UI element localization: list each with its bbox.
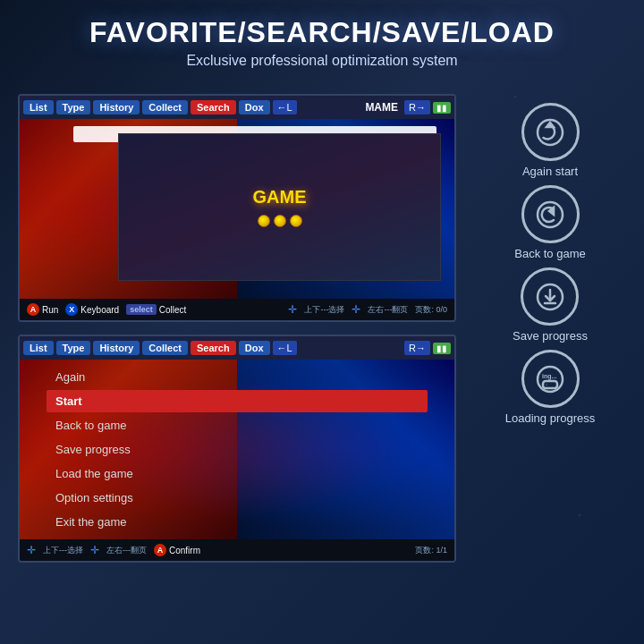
coin-3: [290, 215, 302, 227]
confirm-label: Confirm: [169, 546, 200, 555]
loading-progress-circle: ing...: [521, 350, 580, 408]
svg-marker-1: [547, 123, 554, 127]
btn-collect-2[interactable]: Collect: [142, 341, 188, 355]
coin-1: [258, 215, 270, 227]
d-pad-left: ✛: [288, 303, 297, 316]
menu-list: Again Start Back to game Save progress L…: [20, 360, 454, 539]
d-pad-right-2: ✛: [90, 544, 99, 556]
btn-history-2[interactable]: History: [93, 341, 140, 355]
menu-item-options[interactable]: Option settings: [47, 487, 428, 509]
menu-item-exit[interactable]: Exit the game: [47, 511, 428, 533]
nav-forward: R→: [404, 100, 430, 114]
btn-history[interactable]: History: [93, 100, 140, 114]
again-start-label: Again start: [522, 165, 578, 178]
svg-rect-7: [543, 381, 557, 388]
nav-back-2: ←L: [273, 341, 297, 355]
nav-forward-2: R→: [404, 341, 430, 355]
page-info-bottom: 页数: 1/1: [415, 545, 447, 556]
d-pad-right: ✛: [352, 303, 360, 316]
nav-left-label: 上下---选择: [304, 304, 344, 316]
btn-dox-2[interactable]: Dox: [239, 341, 270, 355]
battery-indicator: ▮▮: [433, 102, 451, 114]
svg-text:ing...: ing...: [542, 373, 556, 380]
bottom-menu-screen: List Type History Collect Search Dox ←L …: [18, 335, 456, 563]
btn-list-2[interactable]: List: [23, 341, 54, 355]
btn-list[interactable]: List: [23, 100, 54, 114]
menu-item-again[interactable]: Again: [47, 366, 428, 388]
game-card: GAME: [118, 133, 441, 281]
menu-item-start[interactable]: Start: [47, 390, 428, 412]
menu-item-back[interactable]: Back to game: [47, 414, 428, 436]
icon-item-save-progress: Save progress: [513, 267, 588, 343]
collect-label: Collect: [159, 305, 187, 315]
save-progress-label: Save progress: [513, 329, 588, 343]
page-title: FAVORITE/SEARCH/SAVE/LOAD: [0, 0, 644, 49]
btn-collect[interactable]: Collect: [142, 100, 188, 114]
bottom-screen-footer: ✛ 上下---选择 ✛ 左右---翻页 A Confirm 页数: 1/1: [20, 539, 454, 561]
again-start-circle: [521, 103, 580, 161]
top-screen-footer: A Run X Keyboard select Collect ✛ 上下---选…: [20, 299, 454, 320]
page-info-top: 页数: 0/0: [415, 304, 447, 316]
top-toolbar: List Type History Collect Search Dox ←L …: [20, 96, 454, 119]
battery-indicator-2: ▮▮: [433, 343, 451, 354]
bottom-nav-left: 上下---选择: [43, 545, 83, 556]
icon-item-again-start: Again start: [521, 103, 580, 178]
game-card-title: GAME: [253, 187, 307, 208]
icon-item-back-to-game: Back to game: [514, 185, 586, 260]
x-button: X: [65, 303, 78, 316]
btn-type-2[interactable]: Type: [56, 341, 91, 355]
a-button: A: [27, 303, 39, 316]
screens-column: List Type History Collect Search Dox ←L …: [18, 94, 456, 563]
icon-item-loading-progress: ing... Loading progress: [505, 350, 595, 425]
back-to-game-circle: [521, 185, 580, 243]
bottom-screen-body: Again Start Back to game Save progress L…: [20, 360, 454, 539]
back-to-game-label: Back to game: [514, 247, 586, 260]
menu-item-load[interactable]: Load the game: [47, 462, 428, 485]
btn-search[interactable]: Search: [191, 100, 236, 114]
save-progress-circle: [521, 267, 579, 326]
nav-back: ←L: [273, 100, 297, 114]
d-pad-left-2: ✛: [27, 544, 36, 556]
bottom-toolbar: List Type History Collect Search Dox ←L …: [20, 336, 454, 360]
btn-search-2[interactable]: Search: [191, 341, 236, 355]
keyboard-label: Keyboard: [80, 305, 119, 315]
btn-dox[interactable]: Dox: [239, 100, 270, 114]
btn-type[interactable]: Type: [56, 100, 91, 114]
coin-2: [274, 215, 286, 227]
bottom-nav-right: 左右---翻页: [106, 545, 147, 556]
page-subtitle: Exclusive professional optimization syst…: [0, 53, 644, 69]
a-button-2: A: [154, 544, 166, 556]
icons-column: Again start Back to game: [474, 94, 626, 563]
top-game-screen: List Type History Collect Search Dox ←L …: [18, 94, 456, 322]
select-badge: select: [126, 304, 157, 315]
loading-progress-label: Loading progress: [505, 411, 595, 425]
menu-item-save[interactable]: Save progress: [47, 438, 428, 461]
top-screen-body: GAME: [20, 119, 454, 299]
nav-right-label: 左右---翻页: [368, 304, 408, 316]
run-label: Run: [42, 305, 58, 315]
mame-label: MAME: [365, 101, 398, 114]
